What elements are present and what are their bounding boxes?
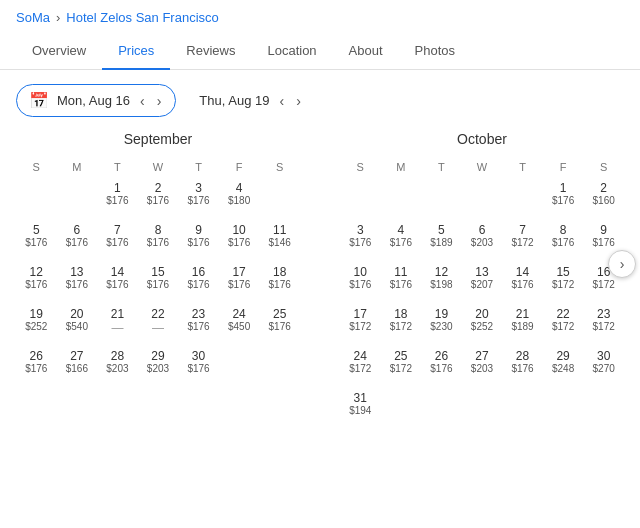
october-title: October: [340, 131, 624, 147]
table-row[interactable]: 14$176: [97, 261, 138, 303]
table-row[interactable]: 31$194: [340, 387, 381, 429]
day-header: M: [57, 157, 98, 177]
checkout-picker[interactable]: Thu, Aug 19 ‹ ›: [186, 86, 315, 116]
table-row[interactable]: 18$176: [259, 261, 300, 303]
table-row[interactable]: 14$176: [502, 261, 543, 303]
table-row[interactable]: 4$176: [381, 219, 422, 261]
day-number: 4: [383, 223, 420, 237]
table-row[interactable]: 16$176: [178, 261, 219, 303]
table-row[interactable]: 20$540: [57, 303, 98, 345]
table-row[interactable]: 26$176: [421, 345, 462, 387]
table-row[interactable]: 1$176: [97, 177, 138, 219]
table-row[interactable]: 26$176: [16, 345, 57, 387]
day-number: 1: [545, 181, 582, 195]
day-number: 26: [423, 349, 460, 363]
table-row[interactable]: 23$172: [583, 303, 624, 345]
checkin-picker[interactable]: 📅 Mon, Aug 16 ‹ ›: [16, 84, 176, 117]
day-header: W: [462, 157, 503, 177]
table-row[interactable]: 15$172: [543, 261, 584, 303]
table-row[interactable]: 11$176: [381, 261, 422, 303]
day-price: $172: [545, 321, 582, 333]
table-row[interactable]: 25$172: [381, 345, 422, 387]
day-price: —: [99, 321, 136, 335]
day-price: $146: [261, 237, 298, 249]
table-row[interactable]: 19$252: [16, 303, 57, 345]
table-row[interactable]: 29$203: [138, 345, 179, 387]
table-row[interactable]: 24$172: [340, 345, 381, 387]
table-row[interactable]: 15$176: [138, 261, 179, 303]
breadcrumb-hotel-link[interactable]: Hotel Zelos San Francisco: [66, 10, 218, 25]
table-row[interactable]: 22$172: [543, 303, 584, 345]
table-row[interactable]: 19$230: [421, 303, 462, 345]
table-row[interactable]: 10$176: [340, 261, 381, 303]
breadcrumb-separator: ›: [56, 10, 60, 25]
table-row[interactable]: 18$172: [381, 303, 422, 345]
day-price: $176: [140, 195, 177, 207]
table-row[interactable]: 10$176: [219, 219, 260, 261]
calendar-week-row: 24$17225$17226$17627$20328$17629$24830$2…: [340, 345, 624, 387]
day-number: 25: [383, 349, 420, 363]
table-row[interactable]: 17$176: [219, 261, 260, 303]
checkin-next-arrow[interactable]: ›: [155, 93, 164, 109]
table-row[interactable]: 3$176: [178, 177, 219, 219]
table-row: [57, 177, 98, 219]
tab-overview[interactable]: Overview: [16, 33, 102, 70]
table-row[interactable]: 27$203: [462, 345, 503, 387]
table-row[interactable]: 17$172: [340, 303, 381, 345]
table-row[interactable]: 28$203: [97, 345, 138, 387]
table-row[interactable]: 25$176: [259, 303, 300, 345]
table-row[interactable]: 29$248: [543, 345, 584, 387]
table-row[interactable]: 5$176: [16, 219, 57, 261]
table-row[interactable]: 13$207: [462, 261, 503, 303]
table-row[interactable]: 4$180: [219, 177, 260, 219]
table-row[interactable]: 9$176: [178, 219, 219, 261]
table-row: [462, 177, 503, 219]
checkout-next-arrow[interactable]: ›: [294, 93, 303, 109]
table-row[interactable]: 24$450: [219, 303, 260, 345]
table-row[interactable]: 6$203: [462, 219, 503, 261]
day-price: $176: [18, 363, 55, 375]
day-number: 10: [221, 223, 258, 237]
scroll-right-button[interactable]: ›: [608, 250, 636, 278]
table-row[interactable]: 1$176: [543, 177, 584, 219]
table-row[interactable]: 8$176: [138, 219, 179, 261]
table-row[interactable]: 21—: [97, 303, 138, 345]
checkout-prev-arrow[interactable]: ‹: [277, 93, 286, 109]
table-row[interactable]: 2$160: [583, 177, 624, 219]
table-row[interactable]: 12$198: [421, 261, 462, 303]
tab-prices[interactable]: Prices: [102, 33, 170, 70]
table-row[interactable]: 12$176: [16, 261, 57, 303]
tab-photos[interactable]: Photos: [399, 33, 471, 70]
table-row[interactable]: 27$166: [57, 345, 98, 387]
table-row[interactable]: 13$176: [57, 261, 98, 303]
day-price: $540: [59, 321, 96, 333]
breadcrumb-soma-link[interactable]: SoMa: [16, 10, 50, 25]
day-price: $189: [504, 321, 541, 333]
table-row[interactable]: 21$189: [502, 303, 543, 345]
table-row[interactable]: 30$176: [178, 345, 219, 387]
table-row[interactable]: 11$146: [259, 219, 300, 261]
table-row[interactable]: 22—: [138, 303, 179, 345]
table-row[interactable]: 5$189: [421, 219, 462, 261]
day-number: 6: [59, 223, 96, 237]
table-row[interactable]: 8$176: [543, 219, 584, 261]
table-row[interactable]: 28$176: [502, 345, 543, 387]
table-row[interactable]: 3$176: [340, 219, 381, 261]
day-price: $270: [585, 363, 622, 375]
checkin-prev-arrow[interactable]: ‹: [138, 93, 147, 109]
tab-location[interactable]: Location: [251, 33, 332, 70]
tab-about[interactable]: About: [333, 33, 399, 70]
table-row[interactable]: 7$176: [97, 219, 138, 261]
table-row[interactable]: 23$176: [178, 303, 219, 345]
table-row[interactable]: 7$172: [502, 219, 543, 261]
tab-reviews[interactable]: Reviews: [170, 33, 251, 70]
table-row[interactable]: 6$176: [57, 219, 98, 261]
day-price: $176: [99, 237, 136, 249]
day-price: $248: [545, 363, 582, 375]
table-row[interactable]: 2$176: [138, 177, 179, 219]
table-row[interactable]: 20$252: [462, 303, 503, 345]
day-number: 14: [99, 265, 136, 279]
table-row[interactable]: 30$270: [583, 345, 624, 387]
day-number: 16: [180, 265, 217, 279]
day-price: $176: [180, 279, 217, 291]
